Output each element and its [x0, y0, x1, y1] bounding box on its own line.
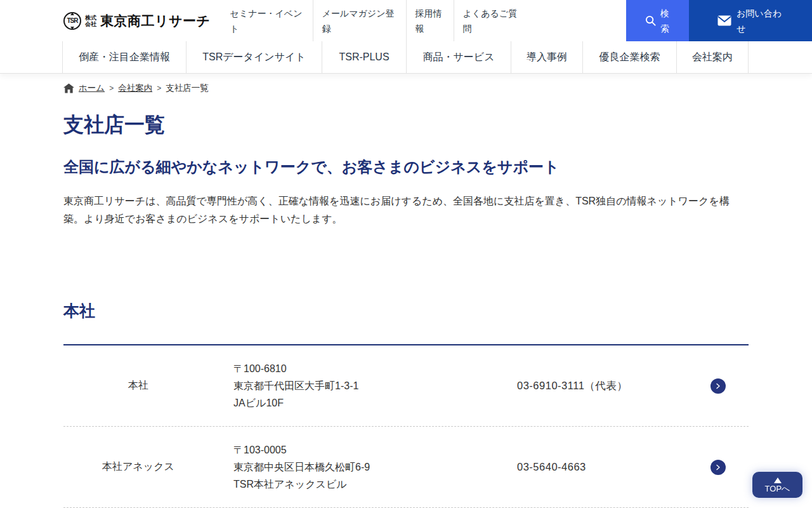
section-title-head-office: 本社	[63, 300, 749, 321]
utility-nav-label: よくあるご質問	[462, 6, 517, 36]
utility-nav-recruit[interactable]: 採用情報	[406, 0, 454, 41]
nav-item-excellent-company-search[interactable]: 優良企業検索	[582, 41, 676, 73]
nav-item-label: 商品・サービス	[422, 51, 494, 64]
office-postal-code: 〒100-6810	[233, 360, 517, 377]
contact-button-label: お問い合わせ	[737, 6, 783, 36]
breadcrumb-separator: >	[109, 84, 114, 93]
back-to-top-label: TOPへ	[765, 485, 790, 493]
page-title: 支社店一覧	[63, 111, 749, 139]
nav-item-label: 導入事例	[527, 51, 567, 64]
office-phone: 03-6910-3111（代表）	[517, 379, 710, 393]
logo-company-prefix: 株式 会社	[85, 15, 96, 27]
nav-item-products-services[interactable]: 商品・サービス	[406, 41, 511, 73]
contact-button[interactable]: お問い合わせ	[689, 0, 812, 41]
office-address: 〒100-6810 東京都千代田区大手町1-3-1 JAビル10F	[213, 360, 517, 411]
office-detail-button[interactable]	[710, 460, 726, 475]
search-icon	[645, 15, 657, 27]
office-detail-link-cell	[710, 378, 749, 394]
company-logo[interactable]: TSR 株式 会社 東京商工リサーチ	[63, 0, 210, 41]
office-building: JAビル10F	[233, 394, 517, 411]
utility-nav: セミナー・イベント メールマガジン登録 採用情報 よくあるご質問	[221, 0, 525, 41]
header-top-bar: TSR 株式 会社 東京商工リサーチ セミナー・イベント メールマガジン登録 採…	[0, 0, 812, 41]
office-detail-link-cell	[710, 460, 749, 475]
nav-item-label: 倒産・注目企業情報	[79, 51, 170, 64]
tsr-logo-mark: TSR	[63, 12, 81, 30]
table-row: 本社 〒100-6810 東京都千代田区大手町1-3-1 JAビル10F 03-…	[63, 345, 749, 427]
logo-prefix-line1: 株式	[85, 15, 96, 21]
nav-item-label: TSR-PLUS	[339, 51, 389, 63]
nav-item-label: TSRデータインサイト	[202, 51, 306, 64]
main-content: 支社店一覧 全国に広がる細やかなネットワークで、お客さまのビジネスをサポート 東…	[63, 111, 749, 508]
breadcrumb-link-home[interactable]: ホーム	[79, 83, 105, 94]
chevron-right-icon	[714, 464, 722, 471]
breadcrumb-current: 支社店一覧	[166, 83, 209, 94]
nav-item-label: 優良企業検索	[599, 51, 660, 64]
office-table: 本社 〒100-6810 東京都千代田区大手町1-3-1 JAビル10F 03-…	[63, 344, 749, 508]
nav-item-bankruptcy-info[interactable]: 倒産・注目企業情報	[62, 41, 186, 73]
office-postal-code: 〒103-0005	[233, 441, 517, 458]
office-phone: 03-5640-4663	[517, 461, 710, 473]
nav-item-label: 会社案内	[692, 51, 733, 64]
search-button-label: 検索	[660, 6, 671, 36]
office-name: 本社	[63, 379, 213, 392]
breadcrumb: ホーム > 会社案内 > 支社店一覧	[63, 74, 749, 94]
utility-nav-faq[interactable]: よくあるご質問	[454, 0, 525, 41]
logo-company-name: 東京商工リサーチ	[100, 12, 210, 30]
logo-prefix-line2: 会社	[85, 21, 96, 27]
chevron-right-icon	[714, 382, 722, 390]
office-detail-button[interactable]	[710, 378, 726, 394]
mail-icon	[717, 15, 731, 26]
header-buttons: 検索 お問い合わせ	[626, 0, 812, 41]
breadcrumb-separator: >	[157, 84, 161, 93]
home-icon[interactable]	[63, 83, 74, 93]
main-nav: 倒産・注目企業情報 TSRデータインサイト TSR-PLUS 商品・サービス 導…	[0, 41, 812, 74]
search-button[interactable]: 検索	[626, 0, 689, 41]
table-row: 本社アネックス 〒103-0005 東京都中央区日本橋久松町6-9 TSR本社ア…	[63, 427, 749, 508]
nav-item-case-studies[interactable]: 導入事例	[511, 41, 582, 73]
office-address: 〒103-0005 東京都中央区日本橋久松町6-9 TSR本社アネックスビル	[213, 441, 517, 493]
nav-item-tsr-plus[interactable]: TSR-PLUS	[322, 41, 406, 73]
utility-nav-label: メールマガジン登録	[322, 6, 398, 36]
office-street-address: 東京都中央区日本橋久松町6-9	[233, 458, 517, 476]
page-subtitle: 全国に広がる細やかなネットワークで、お客さまのビジネスをサポート	[63, 157, 749, 177]
nav-item-company-info[interactable]: 会社案内	[676, 41, 749, 73]
utility-nav-seminar-events[interactable]: セミナー・イベント	[221, 0, 313, 41]
triangle-up-icon	[774, 478, 782, 483]
office-building: TSR本社アネックスビル	[233, 476, 517, 493]
utility-nav-label: 採用情報	[415, 6, 445, 36]
nav-item-tsr-data-insight[interactable]: TSRデータインサイト	[186, 41, 322, 73]
utility-nav-label: セミナー・イベント	[230, 6, 304, 36]
utility-nav-mail-magazine[interactable]: メールマガジン登録	[313, 0, 406, 41]
office-street-address: 東京都千代田区大手町1-3-1	[233, 377, 517, 394]
tsr-logo-text: TSR	[67, 17, 78, 24]
back-to-top-button[interactable]: TOPへ	[752, 472, 802, 498]
office-name: 本社アネックス	[63, 460, 213, 474]
page-description: 東京商工リサーチは、高品質で専門性が高く、正確な情報を迅速にお届けするため、全国…	[63, 192, 749, 228]
breadcrumb-link-company-info[interactable]: 会社案内	[118, 83, 152, 94]
